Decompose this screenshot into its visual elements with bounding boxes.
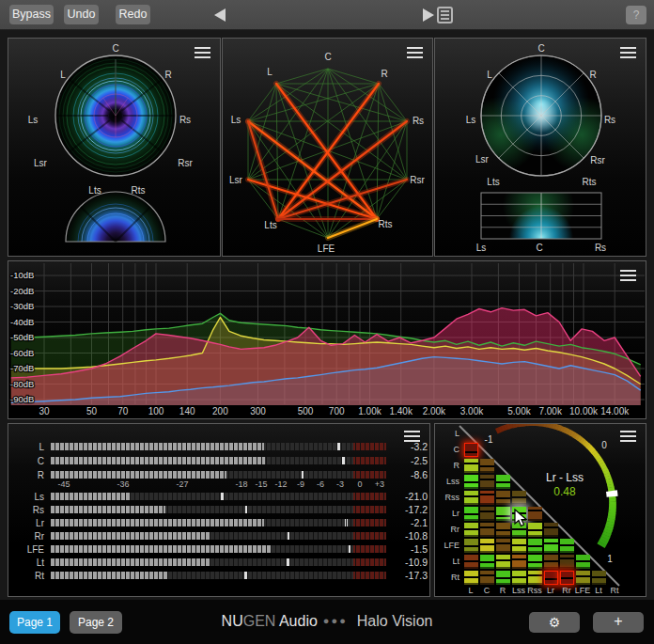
matrix-cell-Rt-Rr[interactable] (560, 571, 574, 585)
matrix-cell-LFE-Rss[interactable] (528, 539, 542, 553)
strip-bottom-label: Ls (476, 243, 487, 253)
undo-button[interactable]: Undo (64, 5, 99, 24)
meter-bar (51, 545, 386, 553)
matrix-cell-R-L[interactable] (464, 459, 478, 473)
matrix-cell-Rr-Lr[interactable] (544, 523, 558, 537)
brand-gen: GEN (243, 613, 276, 629)
matrix-cell-LFE-Lss[interactable] (512, 539, 526, 553)
matrix-cell-Lt-L[interactable] (464, 555, 478, 569)
matrix-cell-Lss-R[interactable] (496, 475, 510, 489)
matrix-row-label: R (435, 459, 459, 473)
matrix-cell-Lt-Rr[interactable] (560, 555, 574, 569)
freq-axis-label: 200 (212, 406, 228, 416)
matrix-cell-Lss-L[interactable] (464, 475, 478, 489)
add-module-button[interactable]: + (593, 612, 644, 633)
correlation-web-panel: CLRLsRsLsrRsrLtsRtsLFE (222, 38, 433, 257)
meter-channel-label: Rs (14, 505, 44, 515)
matrix-row-label: Lr (435, 507, 459, 521)
matrix-cell-Rt-Rss[interactable] (528, 571, 542, 585)
level-meters-panel: L-3.2C-2.5R-8.6Ls-21.0Rs-17.2Lr-2.1Rr-10… (8, 423, 430, 597)
radar-panel-menu-icon[interactable] (620, 47, 636, 58)
freq-axis-label: 14.00k (600, 406, 630, 416)
playlist-icon[interactable] (437, 7, 453, 24)
matrix-cell-Lt-Lss[interactable] (512, 555, 526, 569)
matrix-cell-Rr-R[interactable] (496, 523, 510, 537)
brand-product-name: Halo Vision (353, 613, 433, 629)
play-icon[interactable] (423, 8, 434, 22)
web-node-label: Lts (264, 220, 276, 230)
matrix-cell-Lr-L[interactable] (464, 507, 478, 521)
matrix-cell-Rt-C[interactable] (480, 571, 494, 585)
bypass-button[interactable]: Bypass (9, 5, 54, 24)
matrix-cell-Lss-C[interactable] (480, 475, 494, 489)
freq-axis-label: 100 (148, 406, 164, 416)
matrix-cell-Lr-C[interactable] (480, 507, 494, 521)
matrix-cell-R-C[interactable] (480, 459, 494, 473)
freq-axis-label: 70 (117, 406, 129, 416)
strip-bottom-label: Rs (595, 243, 606, 253)
matrix-cell-LFE-C[interactable] (480, 539, 494, 553)
meter-value: -2.1 (388, 517, 428, 528)
matrix-cell-Rt-L[interactable] (464, 571, 478, 585)
meter-channel-label: Lt (14, 558, 44, 568)
freq-axis-label: 140 (179, 406, 195, 416)
mouse-cursor (514, 509, 531, 527)
matrix-cell-LFE-R[interactable] (496, 539, 510, 553)
halo-panel-menu-icon[interactable] (195, 47, 210, 58)
matrix-cell-Rss-Lss[interactable] (512, 491, 526, 505)
matrix-cell-C-L[interactable] (464, 443, 478, 457)
meter-channel-label: Lr (14, 518, 44, 528)
step-back-icon[interactable] (214, 8, 226, 22)
web-node-label: R (381, 69, 387, 79)
brand-dots-icon: ●●● (318, 615, 353, 626)
web-node-label: LFE (318, 243, 335, 254)
matrix-cell-Rt-Lt[interactable] (592, 571, 606, 585)
redo-button[interactable]: Redo (116, 5, 150, 24)
matrix-cell-Rt-Lr[interactable] (544, 571, 558, 585)
matrix-cell-LFE-L[interactable] (464, 539, 478, 553)
matrix-cell-Rr-L[interactable] (464, 523, 478, 537)
matrix-cell-Rt-R[interactable] (496, 571, 510, 585)
matrix-cell-Rss-C[interactable] (480, 491, 494, 505)
meter-row-Rt: Rt-17.3 (8, 572, 431, 581)
meter-bar (51, 471, 386, 479)
matrix-cell-Rss-R[interactable] (496, 491, 510, 505)
settings-button[interactable]: ⚙ (529, 612, 580, 633)
radar-channel-label: Rsr (590, 155, 605, 165)
matrix-cell-LFE-Rr[interactable] (560, 539, 574, 553)
matrix-cell-LFE-Lr[interactable] (544, 539, 558, 553)
matrix-cell-Lr-R[interactable] (496, 507, 510, 521)
meter-channel-label: Ls (14, 492, 44, 502)
help-button[interactable]: ? (626, 6, 646, 24)
matrix-cell-Lt-Rss[interactable] (528, 555, 542, 569)
matrix-cell-Lt-C[interactable] (480, 555, 494, 569)
matrix-cell-Lt-LFE[interactable] (576, 555, 590, 569)
matrix-row-label: Lss (435, 475, 459, 489)
matrix-cell-Rss-L[interactable] (464, 491, 478, 505)
matrix-cell-Rt-LFE[interactable] (576, 571, 590, 585)
meters-panel-menu-icon[interactable] (404, 431, 420, 442)
matrix-cell-Lt-R[interactable] (496, 555, 510, 569)
brand-audio: Audio (275, 613, 317, 629)
web-node-label: Rs (413, 116, 424, 126)
meter-row-Rr: Rr-10.8 (8, 532, 431, 542)
meter-channel-label: C (14, 456, 44, 466)
matrix-row-label: Rr (435, 523, 459, 537)
radar-channel-label: Ls (466, 115, 476, 125)
meter-scale-tick: -45 (52, 479, 76, 489)
web-panel-menu-icon[interactable] (407, 47, 423, 58)
spectrum-panel: -10dB-20dB-30dB-40dB-50dB-60dB-70dB-80dB… (8, 260, 646, 419)
matrix-cell-Rt-Lss[interactable] (512, 571, 526, 585)
meter-bar (51, 457, 386, 464)
matrix-panel-menu-icon[interactable] (620, 431, 636, 442)
meter-channel-label: Rt (14, 571, 44, 581)
radar-channel-label: L (487, 70, 492, 80)
matrix-row-label: Lt (435, 555, 459, 569)
halo-channel-label: Lsr (34, 158, 48, 168)
db-axis-label: -40dB (10, 317, 34, 327)
spectrum-panel-menu-icon[interactable] (620, 270, 636, 281)
matrix-col-label: Rt (603, 586, 626, 595)
meter-value: -2.5 (388, 455, 428, 466)
matrix-cell-Rr-C[interactable] (480, 523, 494, 537)
matrix-cell-Lt-Lr[interactable] (544, 555, 558, 569)
